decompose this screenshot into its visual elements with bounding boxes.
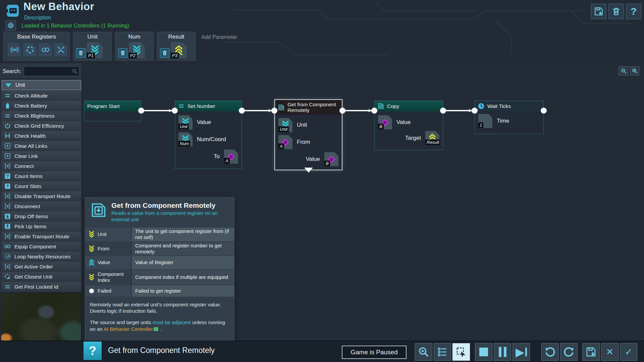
- register-slot[interactable]: Num: [178, 132, 193, 146]
- settings-button[interactable]: [5, 20, 16, 31]
- instr-pick-up-items[interactable]: Pick Up Items: [2, 222, 81, 231]
- param-tab-unit[interactable]: Unit P1: [73, 32, 112, 61]
- param-slot[interactable]: P1: [87, 42, 103, 58]
- description-link[interactable]: Description: [24, 15, 51, 21]
- zoom-out-button[interactable]: [619, 66, 628, 75]
- save-export-icon: [594, 6, 604, 16]
- status-text: Loaded in 1 Behavior Controllers (1 Runn…: [21, 23, 129, 29]
- register-slot[interactable]: A: [278, 135, 292, 149]
- node-get-from-component-remotely[interactable]: Get from Component Remotely UnitUnit AFr…: [274, 99, 342, 170]
- add-parameter-button[interactable]: Add Parameter: [201, 34, 237, 40]
- delete-param-button[interactable]: [118, 48, 127, 58]
- base-registers-label: Base Registers: [4, 34, 69, 40]
- param-tab-label: Num: [115, 34, 153, 40]
- instr-check-health[interactable]: Check Health: [2, 131, 81, 141]
- register-slot[interactable]: Unit: [178, 115, 193, 129]
- step-button[interactable]: ▶: [513, 343, 530, 361]
- param-slot[interactable]: P3: [171, 42, 187, 58]
- chevrons-down-icon: [89, 231, 95, 238]
- register-slot[interactable]: A: [224, 149, 238, 164]
- undo-button[interactable]: [541, 343, 559, 361]
- behavior-logo-icon: [5, 3, 21, 19]
- instr-check-grid-efficiency[interactable]: Check Grid Efficiency: [2, 121, 81, 131]
- tooltip-description: Remotely read an external unit's compone…: [85, 297, 234, 333]
- brackets-icon: [4, 263, 11, 270]
- output-socket[interactable]: [541, 108, 547, 114]
- node-wait-ticks[interactable]: Wait Ticks 1Time: [475, 101, 544, 134]
- instr-connect[interactable]: Connect: [2, 161, 81, 171]
- node-program-start[interactable]: Program Start: [84, 101, 141, 121]
- output-socket[interactable]: [339, 108, 345, 114]
- param-tab-label: Unit: [73, 34, 111, 40]
- value-slot[interactable]: 1: [478, 114, 492, 128]
- magnifier-play-icon: [418, 346, 429, 358]
- link-register-button[interactable]: [39, 43, 52, 56]
- node-copy[interactable]: Copy BValue TargetResult: [374, 101, 443, 150]
- instr-clear-all-links[interactable]: Clear All Links: [2, 141, 81, 151]
- chevrons-up-icon: [89, 259, 95, 266]
- register-slot[interactable]: Unit: [278, 118, 292, 132]
- select-tool-button[interactable]: [452, 343, 470, 361]
- register-slot[interactable]: B: [378, 115, 392, 129]
- doc-arrow-icon: [278, 104, 285, 111]
- pause-button[interactable]: [494, 343, 511, 361]
- delete-param-button[interactable]: [160, 48, 169, 58]
- stop-button[interactable]: [475, 343, 492, 361]
- failed-exit-socket[interactable]: [304, 168, 313, 173]
- delete-param-button[interactable]: [76, 48, 86, 58]
- instr-count-items[interactable]: Count Items: [2, 171, 81, 181]
- instr-disable-transport-route[interactable]: Disable Transport Route: [2, 191, 81, 201]
- output-socket[interactable]: [440, 108, 446, 114]
- instr-loop-nearby-resources[interactable]: Loop Nearby Resources: [2, 252, 81, 261]
- node-title: Copy: [387, 103, 399, 109]
- instr-clear-link[interactable]: Clear Link: [2, 151, 81, 161]
- list-view-button[interactable]: [434, 343, 451, 361]
- cancel-button[interactable]: ✕: [601, 343, 619, 361]
- instr-get-active-order[interactable]: Get Active Order: [2, 262, 81, 272]
- instr-check-blightness[interactable]: Check Blightness: [2, 111, 81, 121]
- input-socket[interactable]: [371, 108, 377, 114]
- instr-enable-transport-route[interactable]: Enable Transport Route: [2, 232, 81, 241]
- signal-register-button[interactable]: [8, 43, 21, 56]
- input-socket[interactable]: [271, 108, 277, 114]
- input-socket[interactable]: [472, 108, 478, 114]
- delete-behavior-button[interactable]: [608, 4, 624, 19]
- confirm-button[interactable]: ✓: [620, 343, 637, 361]
- param-slot[interactable]: P2: [129, 42, 145, 58]
- instr-check-altitude[interactable]: Check Altitude: [2, 91, 81, 101]
- instr-count-slots[interactable]: Count Slots: [2, 181, 81, 191]
- adjacent-link[interactable]: must be adjacent: [153, 319, 191, 325]
- param-tab-result[interactable]: Result P3: [157, 32, 196, 61]
- instr-equip-component[interactable]: Equip Component: [2, 242, 81, 251]
- save-behavior-button[interactable]: [591, 4, 606, 19]
- param-tab-num[interactable]: Num P2: [115, 32, 154, 61]
- chain-link-icon: [41, 45, 50, 54]
- redo-button[interactable]: [560, 343, 578, 361]
- instr-drop-off-items[interactable]: Drop Off Items: [2, 212, 81, 221]
- input-socket[interactable]: [172, 108, 178, 114]
- param-tag: P3: [171, 53, 179, 58]
- ai-behavior-controller-link[interactable]: AI Behavior Controller: [104, 326, 153, 332]
- instr-get-first-locked-id[interactable]: Get First Locked Id: [2, 282, 81, 292]
- output-socket[interactable]: [138, 108, 144, 114]
- instr-get-closest-unit[interactable]: Get Closest Unit: [2, 272, 81, 282]
- zoom-in-button[interactable]: [630, 66, 639, 75]
- instr-disconnect[interactable]: Disconnect: [2, 201, 81, 211]
- save-button[interactable]: [582, 343, 600, 361]
- goto-register-button[interactable]: [54, 43, 67, 56]
- help-button[interactable]: ?: [626, 4, 641, 19]
- category-unit[interactable]: Unit: [2, 80, 81, 90]
- zoom-in-icon: [632, 68, 638, 74]
- register-slot[interactable]: Result: [425, 131, 439, 145]
- search-input[interactable]: [24, 66, 79, 76]
- zoom-out-icon: [621, 68, 627, 74]
- register-slot[interactable]: B: [324, 152, 338, 166]
- debug-zoom-button[interactable]: [415, 343, 432, 361]
- param-tab-label: Result: [157, 34, 195, 40]
- category-label: Unit: [15, 82, 25, 88]
- node-set-number[interactable]: Set Number UnitValue NumNum/Coord ToA: [175, 101, 242, 169]
- output-socket[interactable]: [239, 108, 245, 114]
- instr-check-battery[interactable]: Check Battery: [2, 101, 81, 111]
- pick-up-icon: [4, 223, 11, 230]
- visual-register-button[interactable]: [23, 43, 37, 56]
